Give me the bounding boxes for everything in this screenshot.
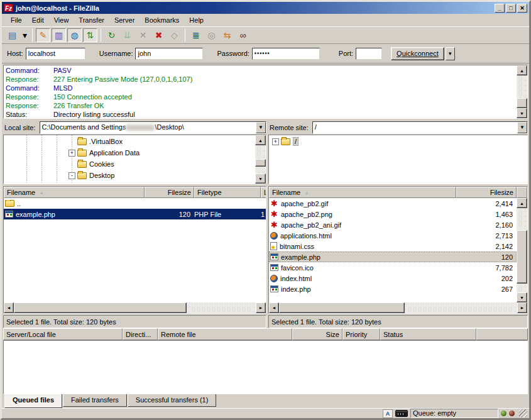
scroll-right-icon[interactable]: ►: [517, 302, 527, 313]
menu-bookmarks[interactable]: Bookmarks: [140, 15, 184, 25]
transfer-queue-panel: Server/Local file Directi... Remote file…: [2, 328, 529, 408]
file-row[interactable]: ✱apache_pb2.gif2,414: [269, 198, 517, 209]
scrollbar-thumb[interactable]: [255, 159, 266, 167]
file-row[interactable]: ..: [4, 198, 266, 209]
scrollbar-thumb[interactable]: [279, 302, 405, 313]
scroll-down-icon[interactable]: ▼: [517, 108, 527, 118]
scroll-left-icon[interactable]: ◄: [269, 302, 279, 313]
filter-icon: ≣: [192, 31, 200, 40]
password-input[interactable]: [252, 48, 320, 60]
column-header-server-local-file[interactable]: Server/Local file: [3, 328, 123, 340]
expand-icon[interactable]: +: [68, 150, 75, 157]
directory-comparison-button[interactable]: ◎: [204, 28, 219, 42]
file-row[interactable]: ✱apache_pb2_ani.gif2,160: [269, 219, 517, 230]
file-row-selected[interactable]: example.php 120 PHP File 1: [4, 209, 266, 219]
toggle-queue-button[interactable]: ⇅: [83, 28, 97, 42]
close-button[interactable]: ✕: [517, 4, 527, 13]
file-row[interactable]: bitnami.css2,142: [269, 241, 517, 251]
tree-item[interactable]: +Application Data: [4, 147, 255, 158]
cancel-operation-button[interactable]: ✕: [136, 28, 150, 42]
port-input[interactable]: [356, 48, 382, 60]
toggle-message-log-button[interactable]: ✎: [36, 28, 50, 42]
filter-button[interactable]: ≣: [189, 28, 203, 42]
toggle-local-tree-button[interactable]: ▥: [52, 28, 66, 42]
quickconnect-button[interactable]: Quickconnect: [391, 47, 444, 60]
toggle-remote-tree-button[interactable]: ◍: [67, 28, 82, 42]
collapse-icon[interactable]: -: [68, 172, 75, 179]
process-queue-button[interactable]: ⇊: [120, 28, 134, 42]
column-header-filename[interactable]: Filename▲: [4, 187, 145, 198]
tree-item[interactable]: .VirtualBox: [4, 136, 255, 147]
maximize-button[interactable]: □: [506, 4, 516, 13]
tree-item[interactable]: + /: [269, 136, 527, 147]
local-site-combobox[interactable]: C:\Documents and Settings\Desktop\ ▼: [40, 121, 266, 134]
column-header-filesize[interactable]: Filesize: [456, 187, 517, 198]
column-header-remote-file[interactable]: Remote file: [158, 328, 292, 340]
scroll-left-icon[interactable]: ◄: [4, 302, 14, 313]
menu-edit[interactable]: Edit: [27, 15, 49, 25]
log-vertical-scrollbar[interactable]: ▲ ▼: [517, 65, 527, 118]
folder-icon: [77, 138, 87, 145]
scroll-up-icon[interactable]: ▲: [517, 65, 527, 75]
remote-vertical-scrollbar[interactable]: ▲ ▼: [517, 198, 527, 302]
column-header-size[interactable]: Size: [292, 328, 342, 340]
column-header-filetype[interactable]: Filetype: [194, 187, 261, 198]
column-header-filename[interactable]: Filename▲: [269, 187, 456, 198]
menu-help[interactable]: Help: [184, 15, 209, 25]
tree-item[interactable]: Cookies: [4, 158, 255, 170]
quickconnect-dropdown-button[interactable]: ▼: [446, 47, 455, 60]
site-manager-button[interactable]: ▤: [5, 28, 19, 42]
menu-view[interactable]: View: [49, 15, 74, 25]
chevron-down-icon[interactable]: ▼: [256, 122, 266, 133]
scroll-down-icon[interactable]: ▼: [517, 292, 527, 302]
scroll-down-icon[interactable]: ▼: [255, 174, 266, 184]
local-tree-scrollbar[interactable]: ▲ ▼: [255, 135, 266, 184]
refresh-button[interactable]: ↻: [104, 28, 119, 42]
menu-server[interactable]: Server: [109, 15, 140, 25]
username-input[interactable]: [135, 48, 203, 60]
local-horizontal-scrollbar[interactable]: ◄ ►: [4, 302, 266, 313]
tab-failed-transfers[interactable]: Failed transfers: [63, 394, 127, 407]
expand-icon[interactable]: +: [272, 138, 279, 145]
find-files-button[interactable]: ∞: [236, 28, 250, 42]
speed-limit-icon: [395, 410, 408, 417]
column-header-direction[interactable]: Directi...: [123, 328, 158, 340]
tree-item[interactable]: -Desktop: [4, 170, 255, 181]
filezilla-app-icon: Fz: [4, 4, 13, 12]
column-header-status[interactable]: Status: [380, 328, 476, 340]
scrollbar-thumb[interactable]: [14, 302, 187, 313]
reconnect-button[interactable]: ◇: [167, 28, 182, 42]
file-row[interactable]: index.html202: [269, 273, 517, 284]
remote-site-combobox[interactable]: / ▼: [312, 121, 528, 134]
file-row[interactable]: applications.html2,713: [269, 230, 517, 241]
column-header-priority[interactable]: Priority: [342, 328, 380, 340]
file-row[interactable]: ✱apache_pb2.png1,463: [269, 209, 517, 219]
synchronized-browsing-button[interactable]: ⇆: [220, 28, 234, 42]
column-header-filesize[interactable]: Filesize: [145, 187, 194, 198]
menu-bar: File Edit View Transfer Server Bookmarks…: [2, 14, 529, 27]
file-row[interactable]: favicon.ico7,782: [269, 262, 517, 273]
scrollbar-thumb[interactable]: [517, 98, 527, 108]
file-row-selected[interactable]: example.php120: [269, 251, 517, 262]
column-header-last-modified[interactable]: L: [261, 187, 266, 198]
toolbar-separator: [185, 29, 185, 41]
scrollbar-thumb[interactable]: [517, 230, 527, 284]
queue-list[interactable]: [3, 340, 528, 394]
scroll-up-icon[interactable]: ▲: [517, 198, 527, 208]
browser-panes: Local site: C:\Documents and Settings\De…: [2, 120, 529, 328]
disconnect-button[interactable]: ✖: [151, 28, 166, 42]
chevron-down-icon[interactable]: ▼: [517, 122, 527, 133]
resize-grip[interactable]: [519, 409, 527, 417]
scroll-right-icon[interactable]: ►: [256, 302, 266, 313]
menu-transfer[interactable]: Transfer: [74, 15, 109, 25]
remote-horizontal-scrollbar[interactable]: ◄ ►: [269, 302, 527, 313]
site-manager-dropdown-button[interactable]: ▾: [21, 28, 29, 42]
menu-file[interactable]: File: [6, 15, 27, 25]
local-site-path: C:\Documents and Settings\Desktop\: [40, 122, 256, 133]
tab-successful-transfers[interactable]: Successful transfers (1): [128, 394, 217, 407]
scroll-up-icon[interactable]: ▲: [255, 135, 266, 145]
host-input[interactable]: [26, 48, 85, 60]
minimize-button[interactable]: _: [495, 4, 505, 13]
file-row[interactable]: index.php267: [269, 284, 517, 294]
tab-queued-files[interactable]: Queued files: [4, 394, 62, 408]
